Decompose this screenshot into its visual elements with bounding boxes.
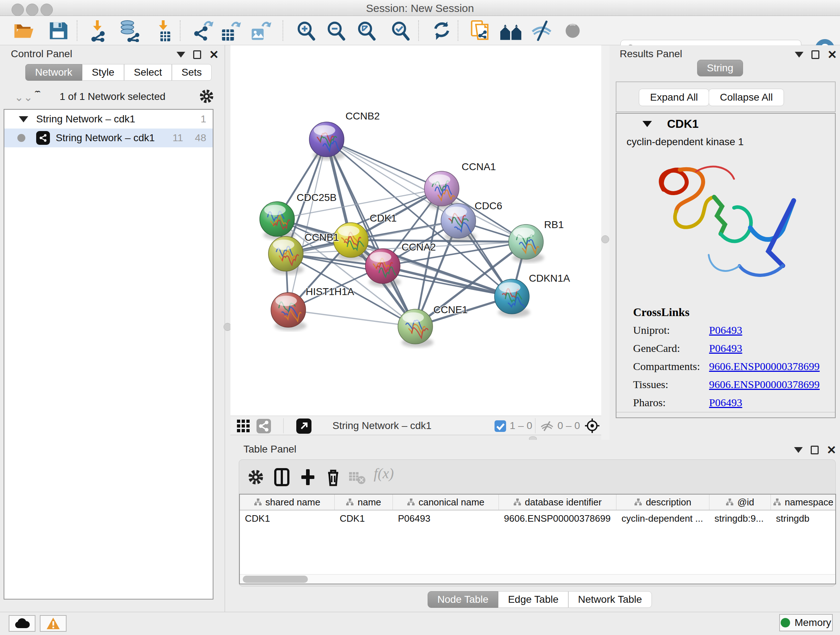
maximize-panel-icon[interactable]	[811, 446, 819, 454]
network-edge-CCNB2-CCNA1[interactable]	[327, 139, 442, 188]
network-collection-row[interactable]: String Network – cdk1 1	[4, 110, 213, 128]
network-node-CCNE1[interactable]	[398, 309, 433, 347]
select-columns-icon[interactable]	[272, 468, 291, 486]
duplicate-network-icon[interactable]	[469, 19, 491, 42]
export-network-icon[interactable]	[192, 19, 214, 42]
results-panel-title: Results Panel	[620, 48, 682, 60]
network-node-CDKN1A[interactable]	[494, 279, 530, 317]
import-table-icon[interactable]	[153, 19, 176, 42]
network-options-gear-icon[interactable]	[198, 88, 215, 106]
toolbar-separator	[283, 20, 283, 41]
close-panel-icon[interactable]: ✕	[827, 446, 836, 454]
table-panel-tabs: Node TableEdge TableNetwork Table	[428, 591, 652, 608]
float-panel-icon[interactable]	[795, 52, 804, 57]
tab-network[interactable]: Network	[25, 64, 82, 81]
network-edge-CDK1-RB1[interactable]	[351, 240, 526, 242]
column-header-shared-name[interactable]: shared name	[240, 494, 335, 510]
memory-label: Memory	[794, 617, 831, 629]
zoom-selected-icon[interactable]	[389, 19, 412, 42]
zoom-out-icon[interactable]	[325, 19, 347, 42]
crosslink-link[interactable]: 9606.ENSP00000378699	[709, 360, 820, 372]
tab-node-table[interactable]: Node Table	[428, 591, 498, 608]
main-toolbar: ?	[0, 16, 840, 45]
column-header-@id[interactable]: @id	[709, 494, 771, 510]
gene-caret-icon[interactable]	[643, 121, 652, 127]
crosslink-link[interactable]: P06493	[709, 324, 742, 336]
maximize-panel-icon[interactable]	[812, 50, 819, 59]
column-header-description[interactable]: description	[616, 494, 709, 510]
refresh-icon[interactable]	[431, 19, 453, 42]
export-image-icon[interactable]	[249, 19, 271, 42]
network-node-CDC25B[interactable]	[260, 202, 295, 240]
show-all-icon[interactable]	[561, 19, 584, 42]
collection-name: String Network – cdk1	[36, 113, 135, 125]
delete-column-icon[interactable]	[324, 468, 343, 486]
scrollbar-thumb[interactable]	[243, 576, 308, 583]
right-splitter-handle[interactable]	[601, 235, 609, 243]
network-node-CDC6[interactable]	[441, 203, 477, 241]
close-panel-icon[interactable]: ✕	[209, 50, 219, 59]
node-table-header: shared namenamecanonical namedatabase id…	[240, 494, 835, 510]
tab-style[interactable]: Style	[82, 64, 124, 81]
column-header-name[interactable]: name	[335, 494, 393, 510]
memory-button[interactable]: Memory	[779, 614, 833, 631]
tab-edge-table[interactable]: Edge Table	[498, 591, 568, 608]
collapse-all-button[interactable]: Collapse All	[709, 89, 784, 106]
gene-description: cyclin-dependent kinase 1	[627, 136, 744, 148]
selected-count: 1 – 0	[510, 420, 532, 432]
crosslink-link[interactable]: P06493	[709, 396, 742, 409]
float-panel-icon[interactable]	[177, 52, 185, 57]
network-canvas[interactable]: CCNB2CCNA1CDC25BCDK1CDC6RB1CCNB1CCNA2CDK…	[231, 45, 601, 416]
cloud-status-button[interactable]	[9, 615, 35, 632]
tab-network-table[interactable]: Network Table	[568, 591, 652, 608]
network-node-count: 11	[172, 132, 183, 144]
network-node-HIST1H1A[interactable]	[271, 293, 306, 331]
import-network-file-icon[interactable]	[87, 19, 109, 42]
table-panel-title: Table Panel	[243, 443, 296, 455]
maximize-panel-icon[interactable]	[193, 50, 201, 59]
birds-eye-view-icon[interactable]	[584, 418, 600, 434]
network-node-CCNB1[interactable]	[268, 236, 304, 274]
network-node-CCNA2[interactable]	[365, 249, 401, 287]
crosslink-row: Tissues:9606.ENSP00000378699	[633, 378, 820, 391]
hidden-eye-icon[interactable]	[540, 420, 554, 432]
table-cell: stringdb	[771, 510, 836, 526]
first-neighbors-icon[interactable]	[499, 19, 523, 42]
zoom-fit-icon[interactable]	[355, 19, 378, 42]
tab-select[interactable]: Select	[124, 64, 172, 81]
expand-all-button[interactable]: Expand All	[639, 89, 709, 106]
zoom-in-icon[interactable]	[295, 19, 317, 42]
network-row[interactable]: String Network – cdk1 11 48	[4, 128, 213, 147]
warning-status-button[interactable]	[40, 615, 66, 632]
column-header-namespace[interactable]: namespace	[771, 494, 836, 510]
table-row[interactable]: CDK1CDK1P064939606.ENSP00000378699cyclin…	[240, 510, 835, 526]
gene-section-header[interactable]: CDK1	[616, 114, 835, 134]
hidden-count: 0 – 0	[557, 420, 580, 432]
column-header-canonical-name[interactable]: canonical name	[393, 494, 499, 510]
add-column-icon[interactable]	[298, 468, 317, 486]
column-header-database-identifier[interactable]: database identifier	[499, 494, 616, 510]
crosslink-link[interactable]: P06493	[709, 342, 742, 355]
tab-sets[interactable]: Sets	[172, 64, 212, 81]
toolbar-separator	[283, 418, 284, 433]
collection-caret-icon[interactable]	[19, 116, 28, 122]
open-session-icon[interactable]	[12, 19, 35, 42]
float-panel-icon[interactable]	[794, 447, 803, 453]
network-view-share-icon[interactable]	[256, 419, 271, 433]
toolbar-separator	[535, 418, 535, 433]
tab-string[interactable]: String	[697, 60, 743, 76]
import-network-database-icon[interactable]	[117, 19, 142, 42]
grid-view-icon[interactable]	[236, 419, 251, 433]
selected-checkbox-icon[interactable]	[494, 420, 506, 432]
crosslink-link[interactable]: 9606.ENSP00000378699	[709, 378, 820, 391]
save-session-icon[interactable]	[47, 19, 69, 42]
close-panel-icon[interactable]: ✕	[827, 50, 837, 59]
open-in-window-icon[interactable]	[296, 418, 311, 434]
hide-selected-icon[interactable]	[531, 19, 553, 42]
export-table-icon[interactable]	[218, 19, 241, 42]
network-node-CCNB2[interactable]	[309, 122, 345, 160]
table-settings-icon[interactable]	[246, 468, 265, 486]
table-horizontal-scrollbar[interactable]	[240, 574, 835, 584]
network-node-RB1[interactable]	[508, 225, 544, 263]
crosslink-row: Compartments:9606.ENSP00000378699	[633, 360, 820, 372]
